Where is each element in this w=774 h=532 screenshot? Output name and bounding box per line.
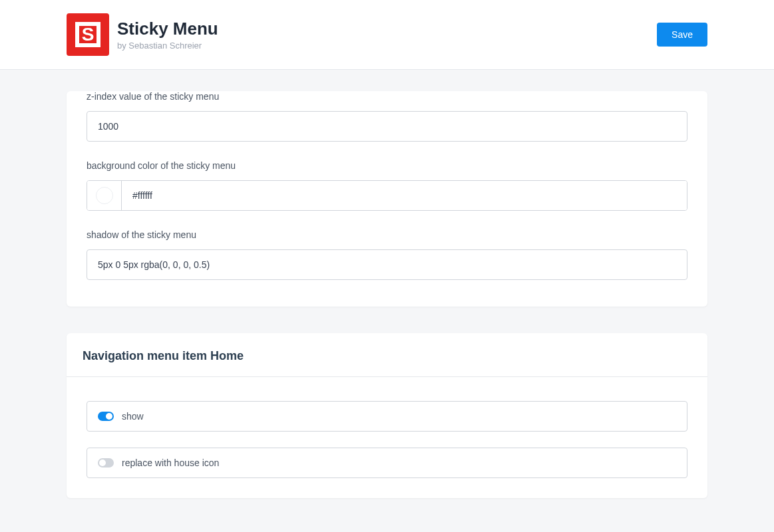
house-icon-toggle-label: replace with house icon: [122, 458, 219, 468]
bgcolor-input-wrap: [87, 180, 687, 211]
toggle-knob-icon: [106, 413, 112, 420]
save-button[interactable]: Save: [657, 23, 707, 47]
app-logo: S: [67, 13, 109, 56]
content-area: z-index value of the sticky menu backgro…: [0, 91, 774, 525]
app-title: Sticky Menu: [117, 19, 218, 39]
toggle-knob-icon: [99, 460, 106, 466]
shadow-label: shadow of the sticky menu: [87, 229, 687, 240]
toggle-row-house-icon: replace with house icon: [87, 448, 687, 478]
nav-home-header: Navigation menu item Home: [67, 333, 707, 377]
bgcolor-swatch-box[interactable]: [87, 181, 122, 210]
zindex-input[interactable]: [87, 111, 687, 142]
field-bgcolor: background color of the sticky menu: [87, 160, 687, 211]
house-icon-toggle[interactable]: [98, 458, 114, 467]
zindex-label: z-index value of the sticky menu: [87, 91, 687, 102]
header-left: S Sticky Menu by Sebastian Schreier: [67, 13, 218, 56]
show-toggle[interactable]: [98, 412, 114, 421]
shadow-input[interactable]: [87, 249, 687, 280]
field-zindex: z-index value of the sticky menu: [87, 91, 687, 142]
settings-card: z-index value of the sticky menu backgro…: [67, 91, 707, 307]
bgcolor-input[interactable]: [122, 181, 687, 210]
show-toggle-label: show: [122, 411, 144, 422]
app-subtitle: by Sebastian Schreier: [117, 41, 218, 51]
field-shadow: shadow of the sticky menu: [87, 229, 687, 280]
nav-home-title: Navigation menu item Home: [83, 349, 691, 363]
bgcolor-swatch: [96, 187, 113, 204]
app-header: S Sticky Menu by Sebastian Schreier Save: [0, 0, 774, 70]
title-block: Sticky Menu by Sebastian Schreier: [117, 19, 218, 51]
bgcolor-label: background color of the sticky menu: [87, 160, 687, 171]
nav-home-card: Navigation menu item Home show replace w…: [67, 333, 707, 498]
toggle-row-show: show: [87, 401, 687, 432]
